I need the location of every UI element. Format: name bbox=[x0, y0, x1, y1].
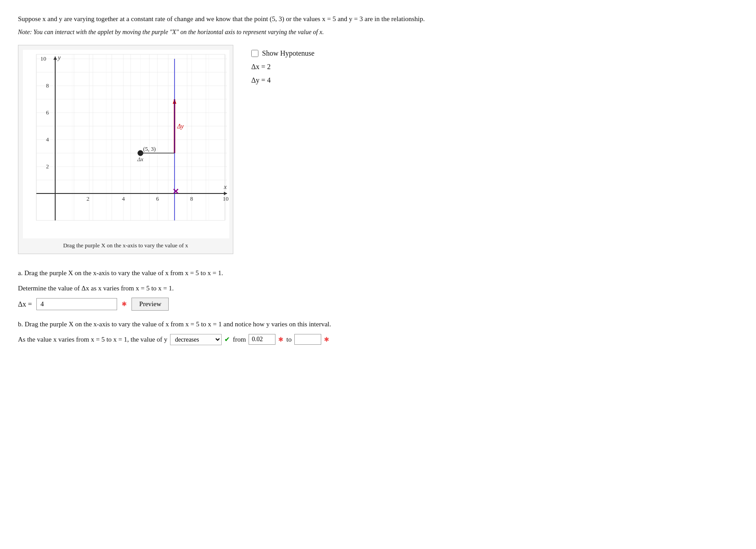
part-b-from-label: from bbox=[233, 336, 246, 343]
svg-text:✕: ✕ bbox=[172, 187, 179, 196]
part-b-checkmark-icon: ✔ bbox=[224, 335, 230, 343]
graph-svg: x y 2 4 6 8 10 2 4 6 8 10 (5, bbox=[23, 50, 229, 238]
intro-text: Suppose x and y are varying together at … bbox=[18, 13, 556, 24]
svg-text:Δx: Δx bbox=[137, 156, 144, 163]
svg-text:Δy: Δy bbox=[177, 123, 184, 130]
part-b-from-input[interactable] bbox=[249, 334, 275, 345]
svg-text:6: 6 bbox=[46, 109, 49, 116]
svg-text:4: 4 bbox=[122, 195, 125, 202]
applet-row: x y 2 4 6 8 10 2 4 6 8 10 (5, bbox=[18, 45, 738, 254]
svg-marker-34 bbox=[224, 192, 227, 195]
part-b: b. Drag the purple X on the x-axis to va… bbox=[18, 319, 511, 345]
svg-text:2: 2 bbox=[46, 163, 49, 170]
part-a-answer-row: Δx = ✱ Preview bbox=[18, 298, 511, 311]
svg-text:x: x bbox=[223, 184, 227, 190]
part-b-to-label: to bbox=[286, 336, 292, 343]
graph-caption: Drag the purple X on the x-axis to vary … bbox=[23, 242, 228, 249]
show-hypotenuse-checkbox[interactable] bbox=[251, 50, 258, 57]
delta-x-display: Δx = 2 bbox=[251, 63, 315, 71]
part-b-answer-row: As the value x varies from x = 5 to x = … bbox=[18, 334, 511, 345]
show-hypotenuse-row: Show Hypotenuse bbox=[251, 49, 315, 57]
part-a-preview-button[interactable]: Preview bbox=[131, 298, 169, 311]
svg-text:4: 4 bbox=[46, 136, 49, 143]
note-text: Note: You can interact with the applet b… bbox=[18, 29, 556, 36]
part-b-instruction: b. Drag the purple X on the x-axis to va… bbox=[18, 319, 511, 330]
svg-text:y: y bbox=[57, 54, 61, 61]
svg-text:8: 8 bbox=[190, 195, 193, 202]
part-a-star-icon: ✱ bbox=[122, 300, 127, 308]
part-a-instruction: a. Drag the purple X on the x-axis to va… bbox=[18, 268, 511, 279]
graph-container: x y 2 4 6 8 10 2 4 6 8 10 (5, bbox=[18, 45, 233, 254]
graph-canvas: x y 2 4 6 8 10 2 4 6 8 10 (5, bbox=[23, 50, 229, 238]
svg-text:6: 6 bbox=[156, 195, 159, 202]
part-b-to-star: ✱ bbox=[324, 336, 329, 343]
delta-y-display: Δy = 4 bbox=[251, 76, 315, 84]
svg-text:10: 10 bbox=[40, 55, 46, 62]
svg-text:2: 2 bbox=[87, 195, 90, 202]
part-b-from-star: ✱ bbox=[278, 336, 284, 343]
part-a: a. Drag the purple X on the x-axis to va… bbox=[18, 268, 511, 311]
part-a-input[interactable] bbox=[36, 298, 117, 310]
svg-text:10: 10 bbox=[223, 195, 229, 202]
part-b-dropdown[interactable]: increases decreases stays the same bbox=[170, 334, 222, 345]
svg-text:8: 8 bbox=[46, 82, 49, 89]
part-a-eq-label: Δx = bbox=[18, 300, 32, 308]
part-b-text-before: As the value x varies from x = 5 to x = … bbox=[18, 336, 167, 343]
svg-text:(5, 3): (5, 3) bbox=[143, 145, 156, 152]
part-a-determine: Determine the value of Δx as x varies fr… bbox=[18, 283, 511, 294]
show-hypotenuse-label: Show Hypotenuse bbox=[262, 49, 315, 57]
controls-panel: Show Hypotenuse Δx = 2 Δy = 4 bbox=[251, 45, 315, 84]
part-b-to-input[interactable] bbox=[294, 334, 321, 345]
